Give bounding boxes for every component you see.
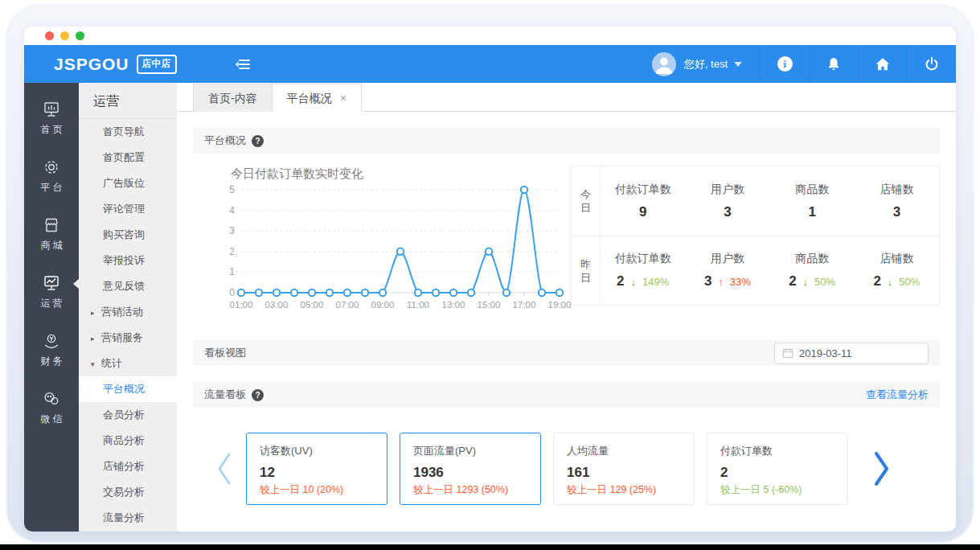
tab-platform-overview[interactable]: 平台概况× xyxy=(272,84,362,112)
stat-label: 付款订单数 xyxy=(615,183,671,197)
stat-label: 商品数 xyxy=(795,183,829,197)
notifications-button[interactable] xyxy=(809,45,858,83)
close-tab-icon[interactable]: × xyxy=(340,92,346,105)
submenu-item[interactable]: 会员分析 xyxy=(79,402,177,428)
submenu-item-label: 会员分析 xyxy=(103,408,145,421)
period-char: 日 xyxy=(580,201,591,215)
sidebar-item-mall[interactable]: 商城 xyxy=(24,208,79,260)
submenu-item[interactable]: 首页配置 xyxy=(79,145,177,170)
collapse-sidebar-button[interactable] xyxy=(235,58,251,71)
stat-value-line: 9 xyxy=(639,204,646,220)
period-char: 昨 xyxy=(580,257,591,271)
arrow-up-icon: ↑ xyxy=(718,276,724,288)
period-char: 今 xyxy=(580,187,591,201)
svg-text:09:00: 09:00 xyxy=(371,300,395,310)
stat-value: 2 xyxy=(873,273,880,289)
sidebar-item-label: 微信 xyxy=(39,412,65,426)
submenu-item[interactable]: 店铺分析 xyxy=(79,454,177,479)
arrow-down-icon: ↓ xyxy=(803,276,809,288)
submenu-item-label: 营销服务 xyxy=(101,331,143,343)
topbar-actions: 您好, test i xyxy=(644,45,956,83)
brand-badge: 店中店 xyxy=(137,55,177,74)
zoom-window-button[interactable] xyxy=(76,31,84,40)
stat-label: 用户数 xyxy=(711,252,744,266)
submenu-item[interactable]: 交易分析 xyxy=(79,479,177,505)
close-window-button[interactable] xyxy=(45,31,54,40)
home-button[interactable] xyxy=(858,45,907,83)
submenu-item-label: 交易分析 xyxy=(103,486,145,498)
arrow-down-icon: ↓ xyxy=(630,276,636,288)
sidebar-item-finance[interactable]: 财务 xyxy=(24,324,79,376)
sidebar-item-home[interactable]: 首页 xyxy=(24,92,79,144)
metric-card-value: 12 xyxy=(260,465,374,481)
minimize-window-button[interactable] xyxy=(60,31,69,40)
tab-home-content[interactable]: 首页-内容 xyxy=(193,84,273,112)
screenshot-bottom-edge xyxy=(0,544,980,550)
date-picker-input[interactable]: 2019-03-11 xyxy=(774,343,929,364)
help-icon[interactable]: ? xyxy=(252,389,264,401)
submenu-item[interactable]: 评论管理 xyxy=(79,196,177,222)
submenu-item-label: 流量分析 xyxy=(103,511,145,523)
metric-card[interactable]: 人均流量161较上一日 129 (25%) xyxy=(553,433,695,505)
page-content: 平台概况 ? 今日付款订单数实时变化 01234501:0003:0005:00… xyxy=(177,112,956,532)
stat-label: 店铺数 xyxy=(880,183,913,197)
stat-change: 50% xyxy=(814,276,835,288)
user-menu[interactable]: 您好, test xyxy=(644,45,760,83)
chart-title: 今日付款订单数实时变化 xyxy=(231,166,571,182)
panel-title: 看板视图 xyxy=(204,346,246,360)
submenu-item[interactable]: 意见反馈 xyxy=(79,273,177,299)
submenu-item[interactable]: 流量分析 xyxy=(79,505,177,531)
submenu-item[interactable]: 商品分析 xyxy=(79,428,177,454)
stat-value: 1 xyxy=(808,204,815,220)
info-button[interactable]: i xyxy=(760,45,809,83)
sidebar-item-label: 运营 xyxy=(39,297,65,310)
stat-value: 9 xyxy=(639,204,646,220)
logout-button[interactable] xyxy=(907,45,956,83)
sidebar-item-label: 商城 xyxy=(39,239,65,252)
tab-label: 首页-内容 xyxy=(208,92,257,105)
wechat-icon xyxy=(42,390,61,408)
svg-text:0: 0 xyxy=(229,287,235,298)
carousel-prev-button[interactable] xyxy=(215,451,233,486)
traffic-cards: 访客数(UV)12较上一日 10 (20%)页面流量(PV)1936较上一日 1… xyxy=(246,433,860,505)
submenu-item[interactable]: 广告版位 xyxy=(79,170,177,196)
submenu-item[interactable]: 平台概况 xyxy=(79,376,177,402)
tab-label: 平台概况 xyxy=(287,92,332,105)
svg-text:3: 3 xyxy=(229,225,235,236)
sidebar-item-platform[interactable]: 平台 xyxy=(24,150,79,202)
metric-card[interactable]: 付款订单数2较上一日 5 (-60%) xyxy=(707,433,848,505)
metric-card-compare: 较上一日 129 (25%) xyxy=(567,483,681,497)
view-traffic-analysis-link[interactable]: 查看流量分析 xyxy=(866,388,929,402)
metric-card[interactable]: 访客数(UV)12较上一日 10 (20%) xyxy=(246,433,387,505)
stat-cell: 付款订单数2↓149% xyxy=(601,236,685,305)
stat-cell: 用户数3 xyxy=(685,166,769,236)
stat-label: 付款订单数 xyxy=(615,252,671,266)
bell-icon xyxy=(826,56,842,72)
chevron-left-icon xyxy=(215,451,233,486)
secondary-sidebar: 运营 首页导航首页配置广告版位评论管理购买咨询举报投诉意见反馈▸营销活动▸营销服… xyxy=(79,83,177,532)
help-icon[interactable]: ? xyxy=(252,135,264,147)
submenu-item[interactable]: ▸营销活动 xyxy=(79,299,177,325)
store-icon xyxy=(42,216,61,234)
submenu-item-label: 平台概况 xyxy=(103,383,145,395)
app-topbar: JSPGOU 店中店 您好, test xyxy=(24,45,956,83)
carousel-next-button[interactable] xyxy=(871,450,891,487)
sidebar-item-label: 财务 xyxy=(39,355,65,368)
sidebar-item-wechat[interactable]: 微信 xyxy=(24,382,79,433)
chevron-down-icon xyxy=(734,62,742,67)
submenu-item[interactable]: ▾统计 xyxy=(79,351,177,376)
submenu-item-label: 统计 xyxy=(101,357,122,369)
svg-text:05:00: 05:00 xyxy=(301,300,324,310)
submenu-item[interactable]: 购买咨询 xyxy=(79,222,177,248)
metric-card[interactable]: 页面流量(PV)1936较上一日 1293 (50%) xyxy=(400,433,541,505)
stat-value: 3 xyxy=(724,204,731,220)
sidebar-item-operations[interactable]: 运营 xyxy=(24,266,79,318)
submenu-item[interactable]: ▸营销服务 xyxy=(79,325,177,351)
stats-period-label: 今日 xyxy=(572,166,601,236)
sidebar-item-label: 平台 xyxy=(39,181,65,195)
submenu-item[interactable]: 首页导航 xyxy=(79,119,177,145)
svg-text:11:00: 11:00 xyxy=(407,300,429,310)
submenu-item[interactable]: 举报投诉 xyxy=(79,248,177,273)
stat-label: 店铺数 xyxy=(880,252,913,266)
stats-row: 今日付款订单数9用户数3商品数1店铺数3 xyxy=(572,166,939,236)
